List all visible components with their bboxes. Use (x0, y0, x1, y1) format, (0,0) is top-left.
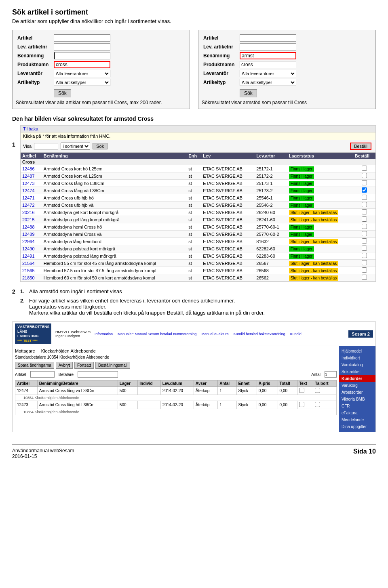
sidebar-item-arbetsorder[interactable]: Arbetsorder (339, 389, 375, 396)
artikel-link[interactable]: 20216 (22, 210, 35, 215)
bs-antal-input[interactable] (325, 371, 337, 378)
result-search-btn[interactable]: Sök (93, 143, 108, 149)
order-checkbox[interactable] (362, 209, 367, 214)
enh-cell: st (187, 274, 201, 281)
sidebar-item-varukorg[interactable]: Varukorg (339, 382, 375, 389)
enh-cell: st (187, 216, 201, 223)
sidebar-item-efaktura[interactable]: eFaktura (339, 410, 375, 416)
bs-col-text: Text (297, 380, 313, 387)
order-checkbox[interactable] (362, 166, 367, 171)
order-checkbox[interactable] (362, 260, 367, 265)
artikel-link[interactable]: 21850 (22, 275, 35, 280)
sidebar-item-hjälpmedel[interactable]: Hjälpmedel (339, 348, 375, 355)
order-checkbox[interactable] (362, 224, 367, 229)
left-search-button[interactable]: Sök (54, 89, 71, 97)
result-search-input[interactable] (34, 143, 58, 149)
r-benamning-input[interactable] (240, 52, 296, 59)
tabort-checkbox[interactable] (315, 402, 320, 407)
order-checkbox[interactable] (362, 238, 367, 244)
table-header-row: Artikel Benämning Enh Lev Lev.artnr Lage… (21, 153, 375, 159)
page-title: Sök artikel i sortiment (12, 8, 376, 17)
sidebar-item-kundorder[interactable]: Kundorder (339, 375, 375, 382)
artikel-link[interactable]: 12474 (22, 188, 35, 193)
bs-betalare-input[interactable] (78, 371, 118, 378)
bs-col-individ: Individ (138, 380, 160, 387)
bs-nav-sep4: Kundid (290, 332, 302, 336)
levartnr-cell: 62283-60 (255, 252, 287, 260)
levartnr-cell: 26568 (255, 267, 287, 274)
order-checkbox[interactable] (362, 173, 367, 178)
text-checkbox[interactable] (299, 402, 304, 407)
artikel-input[interactable] (54, 34, 110, 42)
artikel-link[interactable]: 12488 (22, 225, 35, 229)
sidebar-item-individkort[interactable]: Individkort (339, 355, 375, 361)
col-bestall: Beställ (353, 153, 375, 159)
artikel-link[interactable]: 21564 (22, 261, 35, 266)
result-sort-select[interactable]: i sortiment (61, 143, 90, 150)
enh-cell: st (187, 209, 201, 216)
order-checkbox[interactable] (362, 267, 367, 273)
sidebar-item-cfr[interactable]: CFR (339, 403, 375, 410)
artikeltyp-select[interactable]: Alla artikeltyper (54, 79, 110, 86)
right-search-button[interactable]: Sök (240, 89, 257, 97)
bs-nav-information[interactable]: Information (95, 332, 113, 336)
bestall-button[interactable]: Beställ (350, 143, 371, 150)
benamning-cell: Armstöd Cross lång vä L38Cm (42, 187, 187, 194)
text-checkbox[interactable] (299, 388, 304, 393)
r-produktnamn-input[interactable] (240, 61, 296, 68)
sidebar-item-viktoria-bmb[interactable]: Viktoria BMB (339, 396, 375, 403)
col-levartnr: Lev.artnr (255, 153, 287, 159)
artikel-link[interactable]: 12491 (22, 254, 35, 258)
lev-cell: ETAC SVERIGE AB (201, 194, 255, 202)
status-badge: Slut i lager - kan beställas (289, 275, 339, 281)
bestellningsmail-button[interactable]: Beställningsmail (95, 362, 130, 369)
benamning-input[interactable] (54, 52, 110, 59)
artikel-link[interactable]: 12490 (22, 246, 35, 251)
spara-button[interactable]: Spara ändringarna (15, 362, 54, 369)
r-lev-artikelnr-label: Lev. artikelnr (202, 42, 238, 51)
sidebar-item-sök-artikel[interactable]: Sök artikel (339, 368, 375, 375)
order-checkbox[interactable] (362, 195, 367, 200)
r-leverantor-select[interactable]: Alla leverantörer (240, 70, 296, 77)
artikel-link[interactable]: 12471 (22, 195, 35, 200)
col-enh: Enh (187, 153, 201, 159)
sidebar-item-varukatalog[interactable]: Varukatalog (339, 361, 375, 368)
lev-artikelnr-input[interactable] (54, 43, 110, 50)
order-checkbox[interactable] (362, 216, 367, 222)
order-checkbox[interactable] (362, 202, 367, 207)
sidebar-item-dina-uppgifter[interactable]: Dina uppgifter (339, 423, 375, 430)
leverantor-select[interactable]: Alla leverantörer (54, 70, 110, 77)
fortsatt-button[interactable]: Fortsätt (74, 362, 94, 369)
sidebar-item-meddelande[interactable]: Meddelande (339, 416, 375, 423)
artikel-link[interactable]: 12486 (22, 166, 35, 171)
produktnamn-input[interactable] (54, 61, 110, 68)
info-bar: Klicka på * för att visa information frå… (21, 132, 375, 140)
point-1-text: Alla armstöd som ingår i sortiment visas (29, 288, 376, 294)
right-search-panel: Artikel Lev. artikelnr Benämning Produkt… (198, 30, 376, 109)
artikel-link[interactable]: 12487 (22, 174, 35, 178)
order-checkbox[interactable] (362, 253, 367, 258)
order-checkbox[interactable] (362, 246, 367, 251)
r-artikeltyp-select[interactable]: Alla artikeltyper (240, 79, 296, 86)
artikel-link[interactable]: 20215 (22, 217, 35, 222)
bs-artikel-input[interactable] (30, 371, 55, 378)
artikel-link[interactable]: 12473 (22, 181, 35, 186)
status-badge: Finns i lager (289, 195, 314, 201)
status-badge: Finns i lager (289, 232, 314, 237)
order-checkbox[interactable] (362, 275, 367, 280)
r-lev-artikelnr-input[interactable] (240, 43, 296, 50)
lev-cell: ETAC SVERIGE AB (201, 231, 255, 238)
tabort-checkbox[interactable] (315, 388, 320, 393)
order-checkbox[interactable] (362, 180, 367, 185)
order-checkbox[interactable] (362, 187, 367, 193)
avbryt-button[interactable]: Avbryt (56, 362, 73, 369)
back-link[interactable]: Tillbaka (23, 126, 38, 131)
artikel-link[interactable]: 12489 (22, 232, 35, 237)
order-checkbox[interactable] (362, 231, 367, 236)
artikeltyp-label: Artikeltyp (16, 78, 52, 87)
r-artikel-input[interactable] (240, 34, 296, 42)
enh-cell: st (187, 223, 201, 231)
artikel-link[interactable]: 21565 (22, 268, 35, 273)
artikel-link[interactable]: 22964 (22, 239, 35, 244)
artikel-link[interactable]: 12472 (22, 203, 35, 208)
